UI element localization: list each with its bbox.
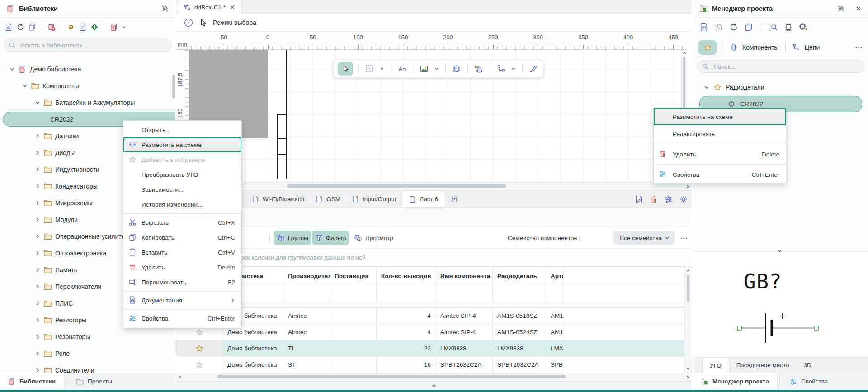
menu-item-копировать[interactable]: КопироватьCtrl+C: [123, 230, 241, 245]
chip-num-tool-button[interactable]: №: [473, 63, 485, 75]
more-options-button[interactable]: ···: [680, 231, 688, 245]
chevron-down-icon[interactable]: [22, 83, 28, 89]
sheet-tab-3[interactable]: Input/Output: [346, 191, 401, 207]
tree-item[interactable]: Батарейки и Аккумуляторы: [0, 94, 175, 111]
menu-item-история-изменений-[interactable]: История изменений...: [123, 197, 241, 212]
text-tool-tool-button[interactable]: A: [396, 63, 408, 75]
tree-group-radio-parts[interactable]: Радиодетали: [693, 80, 868, 95]
chevron-down-icon[interactable]: [433, 63, 440, 75]
tree-item[interactable]: Компоненты: [0, 77, 175, 94]
menu-item-редактировать[interactable]: Редактировать: [654, 125, 786, 142]
family-dropdown[interactable]: Все семейства: [613, 231, 675, 245]
close-panel-icon[interactable]: [855, 5, 862, 12]
chevron-right-icon[interactable]: [34, 267, 41, 273]
image-tool-button[interactable]: [418, 63, 430, 75]
chevron-right-icon[interactable]: [34, 334, 41, 340]
select-box-tool-button[interactable]: [363, 63, 375, 75]
column-header-2[interactable]: Производитель: [283, 267, 330, 285]
preview-tab-посадочное-место[interactable]: Посадочное место: [729, 358, 797, 373]
table-row-3[interactable]: Демо библиотекаTI22LMX9838LMX9838LMX9838: [176, 340, 684, 357]
tree-item[interactable]: Реле: [0, 345, 175, 362]
chevron-down-icon[interactable]: [378, 63, 386, 75]
chevron-right-icon[interactable]: [34, 217, 41, 222]
preview-tab-3d[interactable]: 3D: [797, 358, 819, 373]
unpin-icon[interactable]: [837, 5, 844, 12]
menu-item-удалить[interactable]: УдалитьDelete: [123, 260, 241, 275]
add-sheet-button[interactable]: [445, 191, 463, 207]
tree-item[interactable]: Соединители: [0, 362, 175, 373]
pen-tool-button[interactable]: [528, 63, 539, 75]
chevron-down-icon[interactable]: [704, 85, 709, 90]
libraries-search-input[interactable]: [19, 42, 167, 49]
net-tool-button[interactable]: [495, 63, 507, 75]
info-icon[interactable]: i: [184, 18, 193, 27]
chevron-right-icon[interactable]: [34, 368, 41, 373]
delete-sheet-icon[interactable]: [650, 195, 658, 203]
menu-item-свойства[interactable]: СвойстваCtrl+Enter: [123, 311, 241, 326]
menu-item-открыть-[interactable]: Открыть...: [123, 123, 241, 137]
column-header-4[interactable]: Кол-во выводов: [377, 267, 436, 285]
chevron-down-icon[interactable]: [510, 63, 517, 75]
menu-item-вставить[interactable]: ВставитьCtrl+V: [123, 245, 241, 260]
scroll-left-icon[interactable]: [178, 375, 183, 379]
chevron-right-icon[interactable]: [34, 351, 41, 356]
menu-item-преобразовать-уго[interactable]: Преобразовать УГО: [123, 167, 241, 182]
favorite-cell[interactable]: [176, 340, 223, 356]
column-header-5[interactable]: Имя компонента: [436, 267, 493, 285]
chevron-right-icon[interactable]: [34, 133, 41, 139]
table-vscroll-thumb[interactable]: [687, 275, 689, 302]
filter-cell[interactable]: [283, 285, 330, 302]
filter-cell[interactable]: [377, 285, 436, 302]
table-row-1[interactable]: Демо библиотекаAimtec4Aimtec SIP-4AM1S-0…: [176, 308, 684, 324]
select-tool-button[interactable]: [338, 62, 353, 76]
scroll-down-icon[interactable]: [686, 366, 690, 371]
components-view-label[interactable]: Компоненты: [742, 44, 779, 51]
collapse-panel-strip[interactable]: [176, 381, 692, 390]
chevron-right-icon[interactable]: [34, 150, 41, 156]
chevron-down-icon[interactable]: [9, 66, 15, 72]
scroll-right-icon[interactable]: [685, 375, 690, 379]
sheet-tab-2[interactable]: GSM: [310, 191, 346, 207]
table-row-2[interactable]: Демо библиотекаAimtec4Aimtec SIP-4AM1S-0…: [176, 324, 684, 340]
chevron-right-icon[interactable]: [34, 250, 41, 256]
chevron-right-icon[interactable]: [34, 317, 41, 323]
canvas-horizontal-scrollbar[interactable]: [176, 182, 692, 191]
document-tab[interactable]: ddBox-C1 *: [178, 0, 241, 14]
chevron-right-icon[interactable]: [34, 234, 41, 239]
collapse-panel-icon[interactable]: [431, 383, 437, 388]
unpin-icon[interactable]: [161, 5, 169, 12]
libraries-scrollbar-thumb[interactable]: [172, 75, 175, 98]
menu-item-удалить[interactable]: УдалитьDelete: [654, 146, 786, 163]
filter-toggle-button[interactable]: Фильтр: [312, 231, 349, 245]
table-vertical-scrollbar[interactable]: [684, 267, 692, 373]
column-header-6[interactable]: Радиодеталь: [493, 267, 546, 285]
menu-item-разместить-на-схеме[interactable]: Разместить на схеме: [123, 137, 241, 152]
bottom-tab-менеджер-проекта[interactable]: Менеджер проекта: [693, 373, 778, 390]
chevron-right-icon[interactable]: [34, 167, 41, 172]
edit-sheet-icon[interactable]: [635, 195, 643, 203]
menu-item-зависимости-[interactable]: Зависимости...: [123, 182, 241, 197]
schematic-canvas[interactable]: A№: [189, 50, 687, 182]
splitter-collapse-icon[interactable]: [777, 248, 783, 254]
gear-icon[interactable]: [679, 195, 688, 203]
chevron-right-icon[interactable]: [34, 184, 41, 189]
tree-item[interactable]: Демо библиотека: [0, 61, 175, 77]
filter-cell[interactable]: [436, 285, 493, 302]
sheet-tab-4[interactable]: Лист 6: [401, 191, 445, 207]
close-tab-icon[interactable]: [229, 4, 236, 10]
preview-tab-уго[interactable]: УГО: [702, 358, 729, 373]
bottom-tab-проекты[interactable]: Проекты: [68, 373, 120, 390]
tree-item[interactable]: Резонаторы: [0, 328, 175, 345]
chevron-down-icon[interactable]: [34, 100, 41, 105]
chevron-right-icon[interactable]: [34, 200, 41, 206]
more-options-button[interactable]: ···: [855, 44, 863, 51]
project-search-input[interactable]: [712, 63, 860, 71]
menu-item-вырезать[interactable]: ВырезатьCtrl+X: [123, 215, 241, 230]
chevron-right-icon[interactable]: [34, 284, 41, 289]
column-header-3[interactable]: Поставщик: [330, 267, 377, 285]
sheet-settings-icon[interactable]: [665, 195, 673, 203]
filter-cell[interactable]: [493, 285, 546, 302]
chevron-right-icon[interactable]: [34, 301, 41, 306]
scroll-up-icon[interactable]: [686, 269, 690, 273]
column-header-7[interactable]: Артикул: [546, 267, 563, 285]
